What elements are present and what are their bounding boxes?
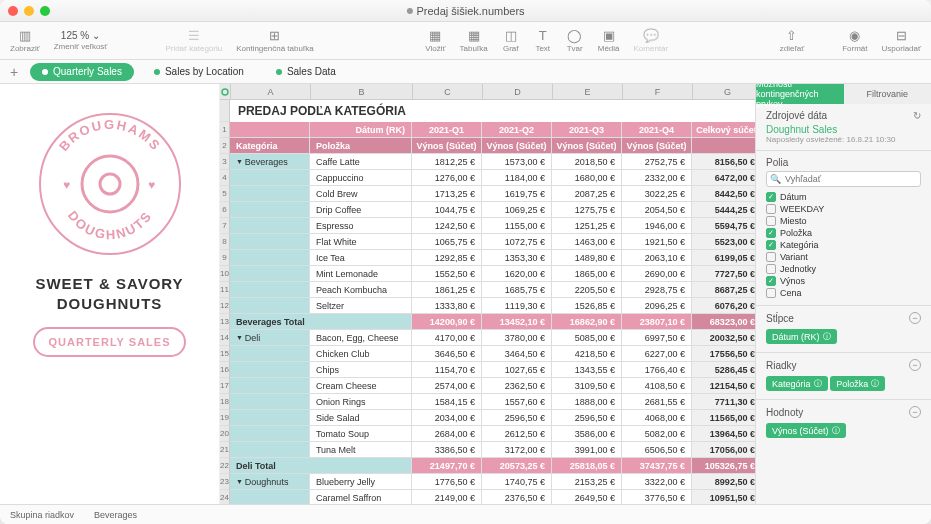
row-header[interactable]: 12: [220, 298, 229, 314]
source-table-link[interactable]: Doughnut Sales: [766, 124, 921, 135]
pivot-options-tab[interactable]: Možnosti kontingenčných prvkov: [756, 84, 844, 104]
fields-search-input[interactable]: [766, 171, 921, 187]
row-field-pill[interactable]: Kategóriaⓘ: [766, 376, 828, 391]
col-header[interactable]: E: [553, 84, 623, 99]
table-row[interactable]: Onion Rings1584,15 €1557,60 €1888,00 €26…: [230, 394, 755, 410]
table-row[interactable]: Cold Brew1713,25 €1619,75 €2087,25 €3022…: [230, 186, 755, 202]
row-header[interactable]: 22: [220, 458, 229, 474]
row-header[interactable]: 11: [220, 282, 229, 298]
table-row[interactable]: Drip Coffee1044,75 €1069,25 €1275,75 €20…: [230, 202, 755, 218]
row-header[interactable]: 7: [220, 218, 229, 234]
table-row[interactable]: Ice Tea1292,85 €1353,30 €1489,80 €2063,1…: [230, 250, 755, 266]
table-row[interactable]: Peach Kombucha1861,25 €1685,75 €2205,50 …: [230, 282, 755, 298]
row-header[interactable]: 20: [220, 426, 229, 442]
table-row[interactable]: Tuna Melt3386,50 €3172,00 €3991,00 €6506…: [230, 442, 755, 458]
quarterly-sales-button[interactable]: QUARTERLY SALES: [33, 327, 187, 357]
row-header[interactable]: 24: [220, 490, 229, 504]
subtotal-row[interactable]: Deli Total21497,70 €20573,25 €25818,05 €…: [230, 458, 755, 474]
row-header[interactable]: 5: [220, 186, 229, 202]
col-header[interactable]: B: [311, 84, 413, 99]
col-header[interactable]: A: [231, 84, 311, 99]
table-row[interactable]: Chicken Club3646,50 €3464,50 €4218,50 €6…: [230, 346, 755, 362]
row-header[interactable]: 13: [220, 314, 229, 330]
table-row[interactable]: Caramel Saffron2149,00 €2376,50 €2649,50…: [230, 490, 755, 504]
table-row[interactable]: ▼BeveragesCaffe Latte1812,25 €1573,00 €2…: [230, 154, 755, 170]
row-header[interactable]: 14: [220, 330, 229, 346]
table-row[interactable]: Espresso1242,50 €1155,00 €1251,25 €1946,…: [230, 218, 755, 234]
field-checkbox[interactable]: ✓Výnos: [766, 275, 921, 287]
row-header[interactable]: 19: [220, 410, 229, 426]
table-row[interactable]: Seltzer1333,80 €1119,30 €1526,85 €2096,2…: [230, 298, 755, 314]
sheet-tab[interactable]: Sales Data: [264, 63, 348, 81]
row-header[interactable]: 4: [220, 170, 229, 186]
row-header[interactable]: 16: [220, 362, 229, 378]
row-header[interactable]: 17: [220, 378, 229, 394]
shape-button[interactable]: ◯Tvar: [566, 29, 584, 53]
row-header[interactable]: 23: [220, 474, 229, 490]
table-row[interactable]: ▼DeliBacon, Egg, Cheese4170,00 €3780,00 …: [230, 330, 755, 346]
row-header[interactable]: 10: [220, 266, 229, 282]
table-row[interactable]: Tomato Soup2684,00 €2612,50 €3586,00 €50…: [230, 426, 755, 442]
pivot-table[interactable]: PREDAJ PODĽA KATEGÓRIADátum (RK)2021-Q12…: [230, 100, 755, 504]
row-field-pill[interactable]: Položkaⓘ: [830, 376, 885, 391]
value-field-pill[interactable]: Výnos (Súčet)ⓘ: [766, 423, 846, 438]
remove-button[interactable]: −: [909, 359, 921, 371]
close-icon[interactable]: [8, 6, 18, 16]
refresh-icon[interactable]: ↻: [913, 110, 921, 121]
inspector-panel: Možnosti kontingenčných prvkov Filtrovan…: [755, 84, 931, 504]
comment-button[interactable]: 💬Komentár: [634, 29, 669, 53]
remove-button[interactable]: −: [909, 312, 921, 324]
table-row[interactable]: Cream Cheese2574,00 €2362,50 €3109,50 €4…: [230, 378, 755, 394]
field-checkbox[interactable]: WEEKDAY: [766, 203, 921, 215]
info-icon: ⓘ: [832, 425, 840, 436]
zoom-control[interactable]: 125 %⌄Zmeniť veľkosť: [54, 30, 108, 51]
table-row[interactable]: Chips1154,70 €1027,65 €1343,55 €1766,40 …: [230, 362, 755, 378]
table-row[interactable]: Cappuccino1276,00 €1184,00 €1680,00 €233…: [230, 170, 755, 186]
subtotal-row[interactable]: Beverages Total14200,90 €13452,10 €16862…: [230, 314, 755, 330]
row-header[interactable]: 9: [220, 250, 229, 266]
organize-button[interactable]: ⊟Usporiadať: [882, 29, 921, 53]
field-checkbox[interactable]: ✓Položka: [766, 227, 921, 239]
row-header[interactable]: 3: [220, 154, 229, 170]
share-button[interactable]: ⇧zdieľať: [780, 29, 804, 53]
field-checkbox[interactable]: Variant: [766, 251, 921, 263]
row-header[interactable]: 8: [220, 234, 229, 250]
view-button[interactable]: ▥Zobraziť: [10, 29, 40, 53]
filter-tab[interactable]: Filtrovanie: [844, 84, 932, 104]
row-header[interactable]: 6: [220, 202, 229, 218]
row-header[interactable]: 2: [220, 138, 229, 154]
text-button[interactable]: TText: [534, 29, 552, 53]
sheet-tab[interactable]: Sales by Location: [142, 63, 256, 81]
column-field-pill[interactable]: Dátum (RK)ⓘ: [766, 329, 837, 344]
row-header[interactable]: 18: [220, 394, 229, 410]
col-header[interactable]: D: [483, 84, 553, 99]
field-checkbox[interactable]: ✓Dátum: [766, 191, 921, 203]
format-button[interactable]: ◉Formát: [842, 29, 867, 53]
insert-button[interactable]: ▦Vložiť: [425, 29, 445, 53]
table-row[interactable]: Mint Lemonade1552,50 €1620,00 €1865,00 €…: [230, 266, 755, 282]
row-header[interactable]: 1: [220, 122, 229, 138]
maximize-icon[interactable]: [40, 6, 50, 16]
remove-button[interactable]: −: [909, 406, 921, 418]
minimize-icon[interactable]: [24, 6, 34, 16]
col-header[interactable]: C: [413, 84, 483, 99]
row-header[interactable]: 15: [220, 346, 229, 362]
col-header[interactable]: F: [623, 84, 693, 99]
col-header[interactable]: G: [693, 84, 755, 99]
field-checkbox[interactable]: Miesto: [766, 215, 921, 227]
chart-button[interactable]: ◫Graf: [502, 29, 520, 53]
media-button[interactable]: ▣Médiá: [598, 29, 620, 53]
field-checkbox[interactable]: Jednotky: [766, 263, 921, 275]
field-checkbox[interactable]: ✓Kategória: [766, 239, 921, 251]
table-button[interactable]: ▦Tabuľka: [460, 29, 488, 53]
table-row[interactable]: ▼DoughnutsBlueberry Jelly1776,50 €1740,7…: [230, 474, 755, 490]
field-checkbox[interactable]: Cena: [766, 287, 921, 299]
sheet-tab[interactable]: Quarterly Sales: [30, 63, 134, 81]
pivot-button[interactable]: ⊞Kontingenčná tabuľka: [236, 29, 314, 53]
add-category-button[interactable]: ☰Pridať kategóriu: [165, 29, 222, 53]
select-all-corner[interactable]: [220, 84, 231, 99]
table-row[interactable]: Flat White1065,75 €1072,75 €1463,00 €192…: [230, 234, 755, 250]
add-sheet-button[interactable]: +: [6, 64, 22, 80]
table-row[interactable]: Side Salad2034,00 €2596,50 €2596,50 €406…: [230, 410, 755, 426]
row-header[interactable]: 21: [220, 442, 229, 458]
